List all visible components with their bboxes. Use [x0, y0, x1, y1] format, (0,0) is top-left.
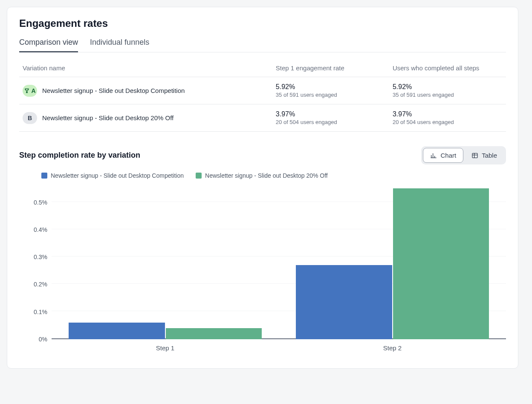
bar[interactable] [166, 328, 262, 339]
toggle-chart-label: Chart [440, 152, 456, 159]
variations-table: Variation name Step 1 engagement rate Us… [19, 60, 506, 132]
col-variation-name: Variation name [19, 60, 272, 77]
col-completed-all: Users who completed all steps [389, 60, 506, 77]
y-tick-label: 0.2% [34, 281, 47, 288]
chart: 0%0.1%0.2%0.3%0.4%0.5% Step 1Step 2 [21, 186, 506, 356]
step1-rate: 3.97% [276, 110, 386, 118]
variation-name: Newsletter signup - Slide out Desktop Co… [42, 87, 185, 94]
view-tabs: Comparison view Individual funnels [19, 38, 506, 52]
step1-sub: 35 of 591 users engaged [276, 92, 386, 98]
bar[interactable] [69, 323, 165, 339]
bar-group [279, 186, 506, 339]
completed-rate: 3.97% [393, 110, 503, 118]
toggle-chart-button[interactable]: Chart [423, 148, 463, 163]
chart-y-axis: 0%0.1%0.2%0.3%0.4%0.5% [21, 186, 52, 339]
chart-table-toggle: Chart Table [421, 146, 506, 164]
legend-item: Newsletter signup - Slide out Desktop Co… [41, 172, 184, 179]
y-tick-label: 0.3% [34, 254, 47, 260]
bar-chart-icon [430, 152, 437, 159]
completed-rate: 5.92% [393, 83, 503, 91]
svg-rect-0 [472, 153, 477, 158]
variation-badge-winner: A [23, 85, 37, 97]
tab-comparison-view[interactable]: Comparison view [19, 38, 78, 52]
variation-letter: A [31, 87, 35, 94]
legend-label: Newsletter signup - Slide out Desktop Co… [51, 172, 184, 179]
section-title: Step completion rate by variation [19, 151, 140, 160]
variation-letter: B [28, 115, 32, 121]
legend-label: Newsletter signup - Slide out Desktop 20… [205, 172, 328, 179]
chart-bars [52, 186, 506, 339]
trophy-icon [24, 88, 30, 94]
table-row[interactable]: A Newsletter signup - Slide out Desktop … [19, 77, 506, 104]
completed-sub: 35 of 591 users engaged [393, 92, 503, 98]
variation-name: Newsletter signup - Slide out Desktop 20… [42, 114, 173, 121]
bar[interactable] [393, 188, 489, 339]
engagement-card: Engagement rates Comparison view Individ… [7, 7, 518, 369]
legend-swatch [41, 173, 47, 179]
chart-legend: Newsletter signup - Slide out Desktop Co… [41, 172, 506, 179]
y-tick-label: 0% [39, 336, 47, 343]
legend-item: Newsletter signup - Slide out Desktop 20… [196, 172, 328, 179]
step1-rate: 5.92% [276, 83, 386, 91]
toggle-table-button[interactable]: Table [464, 148, 504, 163]
variation-badge: B [23, 112, 37, 124]
bar-group [52, 186, 279, 339]
y-tick-label: 0.5% [34, 199, 47, 206]
bar[interactable] [296, 265, 392, 339]
toggle-table-label: Table [482, 152, 497, 159]
col-step1-rate: Step 1 engagement rate [272, 60, 389, 77]
y-tick-label: 0.4% [34, 226, 47, 233]
y-tick-label: 0.1% [34, 309, 47, 315]
completed-sub: 20 of 504 users engaged [393, 119, 503, 125]
x-tick-label: Step 1 [52, 341, 279, 356]
table-row[interactable]: B Newsletter signup - Slide out Desktop … [19, 104, 506, 132]
step1-sub: 20 of 504 users engaged [276, 119, 386, 125]
table-icon [471, 152, 478, 159]
legend-swatch [196, 173, 202, 179]
chart-x-axis: Step 1Step 2 [52, 341, 506, 356]
card-title: Engagement rates [19, 17, 506, 29]
x-tick-label: Step 2 [279, 341, 506, 356]
tab-individual-funnels[interactable]: Individual funnels [90, 38, 149, 52]
